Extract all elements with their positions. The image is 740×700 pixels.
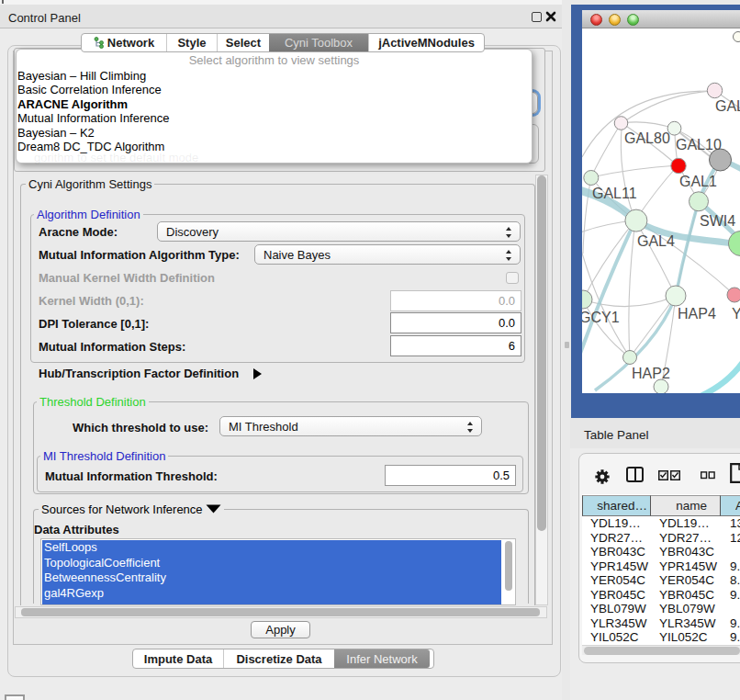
svg-text:GCY1: GCY1: [582, 310, 620, 325]
svg-text:GAL4: GAL4: [637, 233, 675, 249]
svg-text:GAL80: GAL80: [624, 130, 670, 146]
svg-text:SWI4: SWI4: [700, 213, 735, 229]
svg-text:HAP4: HAP4: [678, 306, 716, 322]
svg-text:GAL10: GAL10: [676, 137, 722, 152]
svg-text:HAP2: HAP2: [632, 366, 670, 381]
svg-text:GAL1: GAL1: [679, 174, 717, 189]
svg-text:GAL11: GAL11: [592, 186, 637, 201]
svg-text:GAL7: GAL7: [715, 98, 740, 114]
svg-text:Y: Y: [732, 306, 740, 322]
